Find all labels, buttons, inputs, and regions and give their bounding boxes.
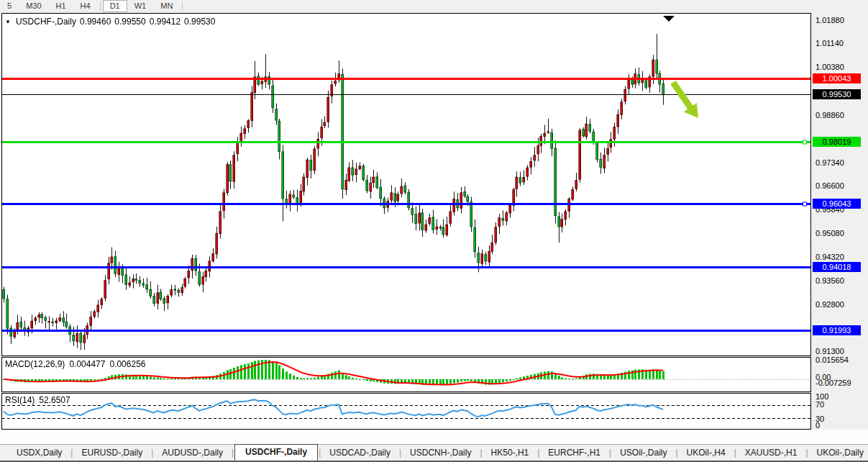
rsi-value: 52.6507 [39,395,70,405]
timeframe-button-h1[interactable]: H1 [49,0,73,12]
chart-title: ▼ USDCHF-,Daily 0.99460 0.99550 0.99412 … [5,17,215,27]
tab-eurusd-daily[interactable]: EURUSD-,Daily [73,445,150,461]
tab-ukoil-h4[interactable]: UKOil-,H4 [679,445,734,461]
tab-audusd-daily[interactable]: AUDUSD-,Daily [154,445,231,461]
tab-hk50-h1[interactable]: HK50-,H1 [483,445,537,461]
price-tick-label: 0.91300 [816,347,844,355]
tab-usdchf-daily[interactable]: USDCHF-,Daily [234,444,318,461]
rsi-tick-label: 0 [816,421,820,430]
macd-indicator-label: MACD(12,26,9) 0.004477 0.006256 [5,359,146,369]
price-level-badge-0-99530: 0.99530 [813,89,861,99]
tab-usoil-daily[interactable]: USOil-,Daily [612,445,675,461]
tab-usdcad-daily[interactable]: USDCAD-,Daily [321,445,398,461]
symbol-dropdown-icon[interactable]: ▼ [5,19,11,25]
macd-main-value: 0.004477 [69,359,105,369]
timeframe-button-d1[interactable]: D1 [103,0,127,12]
price-level-badge-0-96043: 0.96043 [813,199,861,209]
price-tick-label: 0.94320 [816,253,844,261]
timeframe-button-m30[interactable]: M30 [19,0,48,12]
price-tick-label: 0.93560 [816,276,844,285]
price-tick-label: 0.95080 [816,229,844,237]
timeframe-button-5[interactable]: 5 [0,0,19,12]
ohlc-open: 0.99460 [80,17,111,27]
price-tick-label: 1.01140 [816,39,844,47]
price-tick-label: 0.92800 [816,300,844,309]
price-level-badge-0-91993: 0.91993 [813,325,861,335]
rsi-indicator-label: RSI(14) 52.6507 [5,395,70,405]
symbol-tab-bar: USDX,Daily|EURUSD-,Daily|AUDUSD-,Daily|U… [0,445,868,462]
date-axis: 31 Jan 202218 Feb 20229 Mar 202228 Mar 2… [0,430,868,444]
tab-eurchf-h1[interactable]: EURCHF-,H1 [540,445,608,461]
price-tick-label: 0.97340 [816,158,844,167]
price-level-badge-0-98019: 0.98019 [813,137,861,147]
timeframe-button-mn[interactable]: MN [153,0,180,12]
ohlc-high: 0.99550 [114,17,145,27]
down-triangle-marker-icon [663,16,675,22]
price-tick-label: 0.98860 [816,111,844,119]
timeframe-toolbar: 5M30H1H4D1W1MN [0,0,868,12]
main-chart-canvas[interactable] [1,13,811,356]
rsi-name: RSI(14) [5,395,35,405]
rsi-panel-canvas[interactable] [1,393,811,430]
tab-xauusd-h1[interactable]: XAUUSD-,H1 [737,445,805,461]
price-tick-label: 1.00380 [816,63,844,71]
timeframe-button-w1[interactable]: W1 [127,0,154,12]
down-arrow-annotation[interactable] [669,81,705,122]
timeframe-button-h4[interactable]: H4 [73,0,98,12]
tab-usdx-daily[interactable]: USDX,Daily [9,445,70,461]
macd-tick-label: -0.007259 [816,379,851,387]
chart-symbol-label: USDCHF-,Daily [16,17,76,27]
macd-signal-value: 0.006256 [109,359,145,369]
tab-usdcnh-daily[interactable]: USDCNH-,Daily [402,445,479,461]
toolbar-separator [182,1,183,11]
macd-name: MACD(12,26,9) [5,359,65,369]
price-tick-label: 0.96600 [816,181,844,190]
toolbar-separator [100,1,101,11]
macd-tick-label: 0.015654 [816,355,849,364]
ohlc-low: 0.99412 [150,17,181,27]
ohlc-close: 0.99530 [184,17,215,27]
price-level-badge-0-94018: 0.94018 [813,262,861,272]
rsi-tick-label: 70 [816,400,824,409]
price-level-badge-1-00043: 1.00043 [813,73,861,83]
price-tick-label: 1.01880 [816,16,844,24]
tab-ukoil-daily[interactable]: UKOil-,Daily [809,445,868,461]
